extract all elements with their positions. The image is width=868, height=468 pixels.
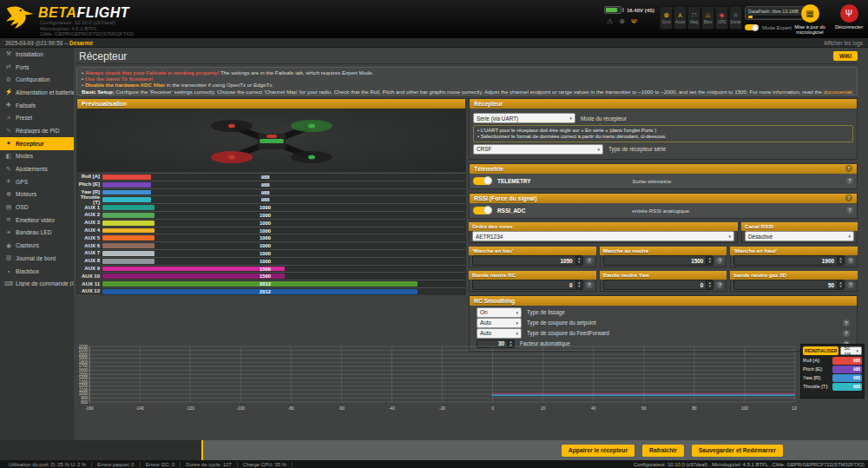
sidebar-item-blackbox[interactable]: ▪Blackbox <box>0 265 74 278</box>
help-icon[interactable]: ? <box>586 257 593 264</box>
channel-map-select[interactable]: AETR1234▾ <box>472 231 734 241</box>
help-icon[interactable]: ? <box>843 330 850 337</box>
documentation-link[interactable]: documentation <box>824 89 852 95</box>
help-icon[interactable]: ? <box>586 281 593 288</box>
rc-smoothing-select[interactable]: On▾ <box>477 307 522 318</box>
accel-sensor-indicator: ⋏Accel <box>674 6 687 30</box>
stepper-control[interactable]: ▲▼ <box>575 256 582 265</box>
sensor-label: Accel <box>675 20 685 24</box>
sidebar-item-presets[interactable]: ≡Preset <box>0 111 74 124</box>
receiver-mode-select[interactable]: Série (via UART)▾ <box>473 113 575 123</box>
deadband-input[interactable]: 0▲▼ <box>472 280 583 290</box>
refresh-interval-select[interactable]: 50 ms▾ <box>840 346 862 355</box>
channel-row: AUX 21000 <box>77 211 465 219</box>
channel-row: AUX 61000 <box>77 241 465 249</box>
help-icon[interactable]: ? <box>846 207 853 214</box>
sidebar-item-receiver[interactable]: ⌖Récepteur <box>0 137 74 150</box>
stepper-control[interactable]: ▲▼ <box>706 256 713 265</box>
stick-cell: Manche au neutre1500▲▼? <box>600 247 727 267</box>
signal-icon: ⊕ <box>619 18 625 25</box>
note-line: • Disable the hardware ADC filter in the… <box>82 82 852 88</box>
channel-meter-bar <box>102 259 155 264</box>
deadband-cell: Bande neutre Yaw0▲▼? <box>600 271 727 292</box>
channel-row: AUX 81000 <box>77 257 465 265</box>
sidebar-item-logging[interactable]: ▥Journal de bord <box>0 252 74 265</box>
note-text: Always check that your Failsafe is worki… <box>85 69 219 76</box>
model-3d-viewer[interactable] <box>77 109 465 172</box>
rssi-channel-select[interactable]: Désactivé▾ <box>745 231 854 241</box>
channel-row: Roll [A]988 <box>77 173 465 181</box>
sidebar-item-pid-tuning[interactable]: ∿Réglages de PID <box>0 124 74 137</box>
svg-text:-120: -120 <box>186 406 194 411</box>
rc-smoothing-section: RC Smoothing On▾Type de lissageAuto▾Type… <box>469 295 858 352</box>
help-icon[interactable]: ? <box>847 257 854 264</box>
stepper-control[interactable]: ▲▼ <box>837 280 844 289</box>
bind-receiver-button[interactable]: Appairer le récepteur <box>562 445 635 457</box>
refresh-button[interactable]: Rafraîchir <box>642 445 684 457</box>
channel-row: AUX 112012 <box>77 280 465 287</box>
disconnect-button[interactable]: Ψ Déconnecter <box>831 4 867 30</box>
blackbox-icon: ▪ <box>4 268 13 274</box>
help-icon[interactable]: ? <box>716 257 723 264</box>
help-icon[interactable]: ? <box>845 165 852 172</box>
legend-swatch: 988 <box>832 374 862 382</box>
rc-smoothing-select[interactable]: Auto▾ <box>477 328 522 339</box>
save-reboot-button[interactable]: Sauvegarder et Redémarrer <box>692 445 783 457</box>
stick-input[interactable]: 1900▲▼ <box>733 255 845 266</box>
armed-state: Désarmé <box>69 40 93 46</box>
sidebar-item-adjustments[interactable]: ✎Ajustements <box>0 162 74 175</box>
configuration-icon: ⚙ <box>4 76 13 83</box>
sidebar-item-setup[interactable]: ⚒Installation <box>0 48 74 61</box>
baro-icon: ♨ <box>705 11 711 19</box>
sidebar-item-failsafe[interactable]: ✚Failsafe <box>0 99 74 112</box>
deadband-value: 0 <box>473 282 575 288</box>
help-icon[interactable]: ? <box>846 177 853 184</box>
channel-value: 1500 <box>260 267 271 272</box>
stepper-control[interactable]: ▲▼ <box>575 280 582 289</box>
svg-text:-100: -100 <box>236 406 245 411</box>
sidebar-item-configuration[interactable]: ⚙Configuration <box>0 73 74 86</box>
stepper-control[interactable]: ▲▼ <box>837 256 844 265</box>
help-icon[interactable]: ? <box>716 281 723 288</box>
show-log-link[interactable]: Afficher les logs <box>824 40 863 46</box>
sidebar-item-motors[interactable]: ☸Moteurs <box>0 188 74 201</box>
note-text: Basic Setup: <box>82 89 115 95</box>
sensor-label: Sonar <box>730 20 740 24</box>
stick-input[interactable]: 1050▲▼ <box>472 255 583 266</box>
warning-icon: ⚠ <box>607 18 613 25</box>
serial-provider-select[interactable]: CRSF▾ <box>473 144 603 155</box>
power-battery-icon: ⚡ <box>4 89 13 96</box>
channel-meter-track: 1000 <box>102 249 465 257</box>
deadband-input[interactable]: 0▲▼ <box>603 280 714 290</box>
help-icon[interactable]: ? <box>843 320 850 326</box>
sidebar-item-modes[interactable]: ◧Modes <box>0 150 74 163</box>
sidebar-item-ports[interactable]: ⇄Ports <box>0 61 74 74</box>
sidebar-item-cli[interactable]: ⌨Ligne de commande (CLI) <box>0 277 74 290</box>
help-icon[interactable]: ? <box>847 281 854 288</box>
firmware-update-button[interactable]: ▦ Mise à jour du micrologiciel <box>786 4 833 35</box>
rssi-adc-toggle[interactable] <box>473 207 492 214</box>
osd-icon: ▤ <box>4 204 13 211</box>
telemetry-toggle[interactable] <box>473 177 492 185</box>
graph-reset-button[interactable]: RÉINITIALISER <box>803 346 838 355</box>
expert-mode-toggle[interactable] <box>745 24 759 30</box>
sidebar-item-power-battery[interactable]: ⚡Alimentation et batterie <box>0 86 74 99</box>
channel-label: Throttle [T] <box>77 194 100 205</box>
help-icon[interactable]: ? <box>845 194 852 201</box>
stepper-control[interactable]: ▲▼ <box>706 280 713 289</box>
sidebar-item-led-strip[interactable]: ☀Bandeau LED <box>0 227 74 240</box>
channel-meter-track: 1000 <box>102 211 465 219</box>
sidebar-item-osd[interactable]: ▤OSD <box>0 201 74 214</box>
wiki-button[interactable]: WiKi <box>833 51 858 61</box>
sidebar-item-label: Ports <box>16 64 30 70</box>
channel-meter-bar <box>102 251 155 256</box>
stick-input[interactable]: 1500▲▼ <box>603 255 714 266</box>
sidebar-item-video-transmitter[interactable]: ≋Émetteur vidéo <box>0 214 74 227</box>
sidebar-item-label: Journal de bord <box>16 255 56 261</box>
rc-smoothing-select[interactable]: Auto▾ <box>477 318 522 328</box>
sidebar-item-sensors[interactable]: ◉Capteurs <box>0 239 74 252</box>
rc-smoothing-header: RC Smoothing <box>470 296 857 306</box>
sidebar-item-gps[interactable]: ✈GPS <box>0 175 74 188</box>
deadband-input[interactable]: 50▲▼ <box>733 280 845 290</box>
rc-smoothing-label: Type de coupure du FeedForward <box>527 330 609 336</box>
